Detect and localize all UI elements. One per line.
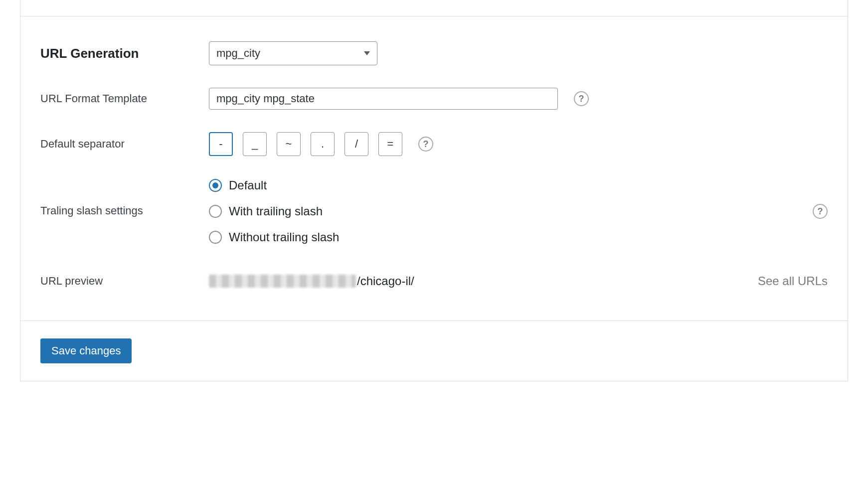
panel-top-divider xyxy=(20,0,848,16)
trailing-slash-label: Traling slash settings xyxy=(40,178,209,217)
separator-option[interactable]: - xyxy=(209,132,233,156)
separator-field: -_~./= ? xyxy=(209,132,828,156)
trailing-radio-group: DefaultWith trailing slashWithout traili… xyxy=(209,178,339,244)
url-generation-select[interactable]: mpg_city xyxy=(209,41,377,65)
row-trailing-slash: Traling slash settings DefaultWith trail… xyxy=(40,178,828,244)
trailing-radio-with[interactable] xyxy=(209,205,222,218)
help-icon[interactable]: ? xyxy=(574,91,589,106)
format-template-field: ? xyxy=(209,88,828,110)
separator-option[interactable]: / xyxy=(345,132,368,156)
trailing-radio-label: Default xyxy=(229,178,267,192)
separator-option[interactable]: . xyxy=(311,132,335,156)
trailing-radio-label: Without trailing slash xyxy=(229,230,339,244)
separator-button-group: -_~./= xyxy=(209,132,402,156)
help-icon[interactable]: ? xyxy=(418,137,433,152)
row-url-generation: URL Generation mpg_city xyxy=(40,41,828,65)
see-all-urls-link[interactable]: See all URLs xyxy=(758,274,828,288)
trailing-radio-row[interactable]: Without trailing slash xyxy=(209,230,339,244)
url-preview-path: /chicago-il/ xyxy=(357,274,414,288)
separator-option[interactable]: ~ xyxy=(277,132,301,156)
format-template-input[interactable] xyxy=(209,88,558,110)
format-template-label: URL Format Template xyxy=(40,92,209,105)
url-preview-label: URL preview xyxy=(40,275,209,288)
trailing-slash-field: DefaultWith trailing slashWithout traili… xyxy=(209,178,828,244)
url-generation-select-value: mpg_city xyxy=(216,47,260,60)
row-separator: Default separator -_~./= ? xyxy=(40,132,828,156)
trailing-radio-label: With trailing slash xyxy=(229,204,323,218)
row-url-preview: URL preview /chicago-il/ See all URLs xyxy=(40,274,828,288)
chevron-down-icon xyxy=(364,51,370,55)
trailing-radio-row[interactable]: Default xyxy=(209,178,339,192)
url-generation-field: mpg_city xyxy=(209,41,828,65)
url-preview-value: /chicago-il/ xyxy=(209,274,414,288)
panel-body: URL Generation mpg_city URL Format Templ… xyxy=(20,16,848,321)
trailing-radio-without[interactable] xyxy=(209,231,222,244)
separator-option[interactable]: _ xyxy=(243,132,267,156)
help-icon[interactable]: ? xyxy=(813,204,828,219)
url-preview-blurred-domain xyxy=(209,275,356,288)
separator-label: Default separator xyxy=(40,138,209,151)
settings-panel: URL Generation mpg_city URL Format Templ… xyxy=(20,0,848,381)
save-button[interactable]: Save changes xyxy=(40,338,132,363)
trailing-radio-row[interactable]: With trailing slash xyxy=(209,204,339,218)
section-heading: URL Generation xyxy=(40,46,209,61)
panel-footer: Save changes xyxy=(20,321,848,381)
trailing-radio-default[interactable] xyxy=(209,179,222,192)
row-format-template: URL Format Template ? xyxy=(40,88,828,110)
separator-option[interactable]: = xyxy=(378,132,402,156)
